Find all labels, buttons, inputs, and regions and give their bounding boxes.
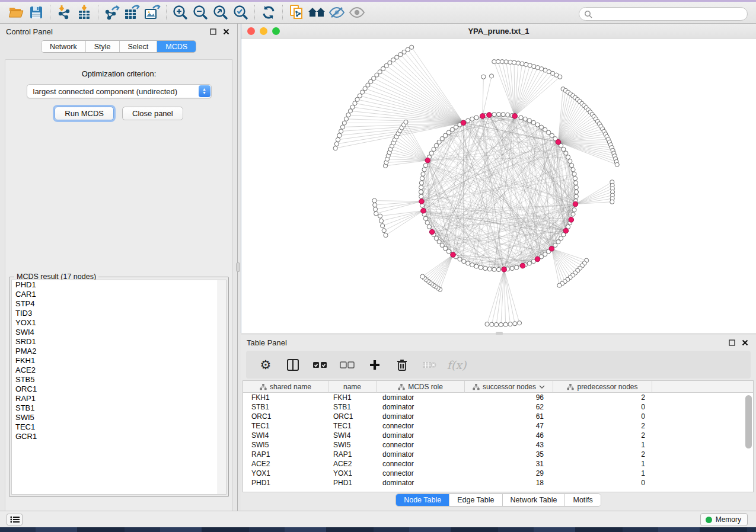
network-node[interactable] [419,194,423,198]
leaf-node[interactable] [344,117,348,121]
leaf-node[interactable] [503,322,508,326]
table-row[interactable]: SWI4SWI4dominator462 [243,431,753,440]
network-node[interactable] [492,267,496,271]
cell-name[interactable]: ACE2 [328,459,377,469]
zoom-in-icon[interactable] [170,4,190,21]
network-node[interactable] [527,118,531,123]
result-list-scrollbar[interactable] [218,280,226,494]
leaf-node[interactable] [336,137,340,142]
network-node[interactable] [487,267,492,271]
network-edge[interactable] [575,188,613,204]
network-node[interactable] [559,236,563,241]
leaf-node[interactable] [499,322,503,326]
leaf-node[interactable] [346,113,350,117]
leaf-node[interactable] [490,322,494,326]
network-node[interactable] [523,117,527,121]
cell-mcds_role[interactable]: dominator [377,393,465,402]
tab-style[interactable]: Style [86,41,120,52]
table-row[interactable]: TEC1TEC1connector472 [243,421,753,431]
network-edge[interactable] [397,137,428,161]
mcds-hub-node[interactable] [429,229,435,235]
cell-shared_name[interactable]: ACE2 [243,459,328,469]
cell-mcds_role[interactable]: dominator [377,402,465,412]
import-table-icon[interactable] [74,4,94,21]
export-network-icon[interactable] [102,4,122,21]
network-node[interactable] [421,172,425,176]
network-edge[interactable] [558,105,584,142]
network-node[interactable] [422,168,426,172]
leaf-node[interactable] [381,224,385,228]
network-node[interactable] [519,116,523,120]
cell-mcds_role[interactable]: connector [377,440,465,450]
close-panel-icon[interactable] [221,27,231,36]
mcds-hub-node[interactable] [451,252,456,258]
network-edge[interactable] [384,211,423,231]
cell-mcds_role[interactable]: dominator [377,431,465,440]
network-node[interactable] [470,117,474,121]
cell-predecessor_nodes[interactable]: 1 [553,469,652,478]
hide-selected-eye-icon[interactable] [327,4,347,21]
search-input[interactable] [592,9,747,20]
leaf-node[interactable] [520,62,524,66]
network-edge[interactable] [558,124,599,142]
cell-name[interactable]: TEC1 [328,421,377,431]
network-edge[interactable] [506,62,515,116]
table-row[interactable]: PHD1PHD1dominator180 [243,478,753,488]
leaf-node[interactable] [374,211,378,216]
leaf-node[interactable] [517,321,521,325]
mcds-hub-node[interactable] [461,120,466,126]
mcds-result-item[interactable]: GCR1 [12,432,226,441]
mcds-result-item[interactable]: CAR1 [12,290,226,299]
cell-name[interactable]: SWI5 [328,440,377,450]
network-node[interactable] [419,190,423,194]
network-node[interactable] [564,151,568,155]
network-node[interactable] [572,208,576,212]
table-scrollbar-thumb[interactable] [745,395,752,448]
leaf-node[interactable] [492,60,496,64]
network-node[interactable] [571,168,575,172]
network-node[interactable] [466,118,470,123]
network-edge[interactable] [558,92,568,142]
network-edge[interactable] [398,134,428,161]
network-node[interactable] [429,151,433,155]
network-node[interactable] [506,113,510,117]
cell-shared_name[interactable]: SWI4 [243,431,328,440]
mcds-hub-node[interactable] [549,246,554,252]
network-node[interactable] [423,164,428,168]
network-node[interactable] [574,194,578,198]
cell-successor_nodes[interactable]: 31 [465,459,553,469]
leaf-node[interactable] [557,283,562,287]
leaf-node[interactable] [373,203,377,207]
network-edge[interactable] [551,249,580,268]
network-edge[interactable] [404,52,464,123]
network-node[interactable] [420,177,424,181]
cell-mcds_role[interactable]: connector [377,469,465,478]
mcds-hub-node[interactable] [512,114,518,119]
cell-name[interactable]: STB1 [328,402,377,412]
network-edge[interactable] [426,255,453,280]
network-edge[interactable] [386,211,423,235]
cell-shared_name[interactable]: STB1 [243,402,328,412]
leaf-node[interactable] [485,322,489,326]
leaf-node[interactable] [384,233,388,238]
cell-predecessor_nodes[interactable]: 1 [553,459,652,469]
network-edge[interactable] [428,255,453,281]
table-row[interactable]: YOX1YOX1connector291 [243,469,753,478]
table-options-gear-icon[interactable]: ⚙ [258,357,273,373]
network-edge[interactable] [504,270,519,323]
network-edge[interactable] [380,211,423,216]
mcds-hub-node[interactable] [421,208,426,213]
network-node[interactable] [527,261,531,265]
network-edge[interactable] [483,77,484,116]
leaf-node[interactable] [334,142,339,146]
leaf-node[interactable] [339,129,343,133]
network-node[interactable] [496,267,500,271]
network-node[interactable] [434,143,438,148]
network-edge[interactable] [575,182,612,204]
mcds-hub-node[interactable] [502,267,507,272]
mcds-result-item[interactable]: YOX1 [12,318,226,328]
cell-shared_name[interactable]: PHD1 [243,478,328,488]
cell-successor_nodes[interactable]: 61 [465,412,553,421]
network-edge[interactable] [400,55,463,123]
cell-shared_name[interactable]: ORC1 [243,412,328,421]
